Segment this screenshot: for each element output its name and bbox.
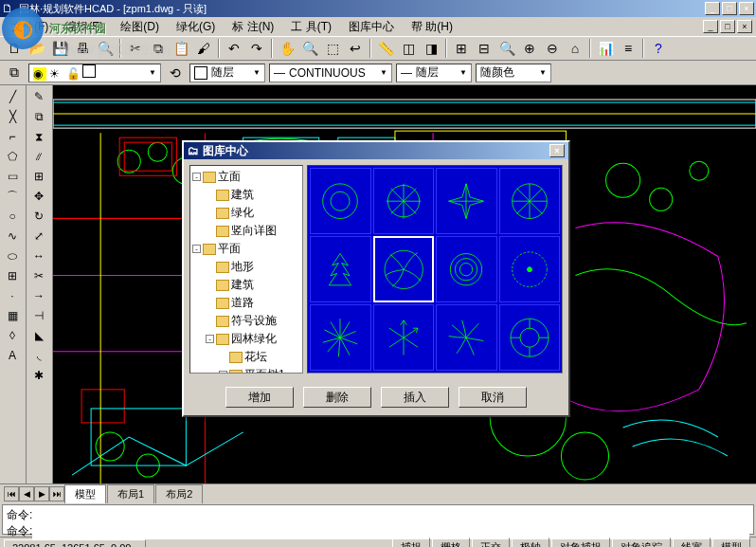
explode-icon[interactable]: ✱ (28, 366, 49, 385)
menu-annotate[interactable]: 标 注(N) (225, 17, 281, 37)
minimize-button[interactable]: _ (705, 2, 720, 15)
line-icon[interactable]: ╱ (2, 87, 23, 106)
region-icon[interactable]: ◊ (2, 326, 23, 345)
gallery-item[interactable] (373, 304, 435, 371)
gallery-item[interactable] (499, 168, 561, 234)
zoom-window-icon[interactable]: ⬚ (322, 38, 343, 59)
insert-button[interactable]: 插入 (381, 387, 449, 408)
redo-icon[interactable]: ↷ (246, 38, 267, 59)
tree-item[interactable]: -园林绿化 (192, 330, 300, 348)
delete-button[interactable]: 删除 (303, 387, 371, 408)
plotstyle-dropdown[interactable]: 随颜色 (476, 64, 551, 82)
dist-icon[interactable]: 📏 (375, 38, 396, 59)
tab-prev-icon[interactable]: ◀ (19, 486, 34, 501)
hatch-icon[interactable]: ▦ (2, 306, 23, 325)
offset-icon[interactable]: ⫽ (28, 147, 49, 166)
doc-restore-button[interactable]: □ (720, 20, 735, 33)
gallery-item[interactable] (436, 236, 497, 302)
menu-tools[interactable]: 工 具(T) (283, 17, 339, 37)
extend-icon[interactable]: → (28, 286, 49, 305)
tool-d-icon[interactable]: ⊟ (474, 38, 495, 59)
gallery-item[interactable] (373, 236, 435, 302)
gallery-item[interactable] (310, 304, 371, 371)
tab-first-icon[interactable]: ⏮ (4, 486, 19, 501)
gallery-item[interactable] (436, 168, 497, 234)
status-otrack[interactable]: 对象追踪 (612, 538, 671, 547)
add-button[interactable]: 增加 (225, 387, 294, 408)
erase-icon[interactable]: ✎ (28, 87, 49, 106)
tool-b-icon[interactable]: ◨ (421, 38, 441, 59)
status-ortho[interactable]: 正交 (472, 538, 510, 547)
tree-item[interactable]: 符号设施 (192, 312, 300, 330)
status-polar[interactable]: 极轴 (512, 538, 549, 547)
tree-item[interactable]: 花坛 (192, 348, 300, 366)
scale-icon[interactable]: ⤢ (28, 227, 49, 246)
move-icon[interactable]: ✥ (28, 187, 49, 206)
help-icon[interactable]: ? (648, 38, 669, 59)
tree-item[interactable]: 建筑 (192, 276, 300, 294)
status-model[interactable]: 模型 (712, 538, 750, 547)
gallery-item[interactable] (310, 168, 371, 234)
undo-icon[interactable]: ↶ (224, 38, 244, 59)
status-snap[interactable]: 捕捉 (392, 538, 430, 547)
tree-toggle-icon[interactable]: - (206, 335, 214, 343)
pline-icon[interactable]: ⌐ (2, 127, 23, 146)
props-icon[interactable]: ≡ (618, 38, 639, 59)
fillet-icon[interactable]: ◟ (28, 346, 49, 365)
layer-mgr-icon[interactable]: ⧉ (4, 63, 25, 83)
gallery-item[interactable] (373, 168, 435, 234)
tab-next-icon[interactable]: ▶ (34, 486, 49, 501)
tab-model[interactable]: 模型 (64, 484, 106, 503)
tree-item[interactable]: 道路 (192, 294, 300, 312)
paste-icon[interactable]: 📋 (171, 38, 191, 59)
tree-item[interactable]: 绿化 (192, 204, 300, 222)
tree-toggle-icon[interactable]: - (219, 371, 227, 374)
stretch-icon[interactable]: ↔ (28, 246, 49, 265)
gallery-item[interactable] (310, 236, 371, 302)
tree-panel[interactable]: -立面建筑绿化竖向详图-平面地形建筑道路符号设施-园林绿化花坛-平面树1白皮松扁… (189, 165, 303, 374)
gallery-item[interactable] (436, 304, 497, 371)
chamfer-icon[interactable]: ◣ (28, 326, 49, 345)
polygon-icon[interactable]: ⬠ (2, 147, 23, 166)
tree-item[interactable]: 建筑 (192, 186, 300, 204)
menu-library[interactable]: 图库中心 (341, 17, 402, 37)
trim-icon[interactable]: ✂ (28, 266, 49, 285)
status-lwt[interactable]: 线宽 (673, 538, 711, 547)
match-icon[interactable]: 🖌 (193, 38, 214, 59)
tree-item[interactable]: 地形 (192, 258, 300, 276)
layer-state-dropdown[interactable]: ◉ ☀ 🔓 (28, 64, 161, 82)
tree-toggle-icon[interactable]: - (192, 245, 201, 253)
command-line[interactable]: 命令: 命令: (2, 504, 754, 535)
lineweight-dropdown[interactable]: — 随层 (396, 64, 472, 82)
array-icon[interactable]: ⊞ (28, 167, 49, 186)
tool-e-icon[interactable]: 🔍 (496, 38, 517, 59)
tool-a-icon[interactable]: ◫ (398, 38, 419, 59)
ellipse-icon[interactable]: ⬭ (2, 246, 23, 265)
tab-layout2[interactable]: 布局2 (155, 484, 203, 503)
tree-item[interactable]: -平面 (192, 240, 300, 258)
menu-greening[interactable]: 绿化(G) (169, 17, 223, 37)
break-icon[interactable]: ⊣ (28, 306, 49, 325)
copy2-icon[interactable]: ⧉ (28, 107, 49, 126)
gallery-item[interactable] (499, 304, 561, 371)
tree-toggle-icon[interactable]: - (192, 173, 201, 181)
circle-icon[interactable]: ○ (2, 207, 23, 226)
tool-f-icon[interactable]: ⊕ (519, 38, 540, 59)
spline-icon[interactable]: ∿ (2, 227, 23, 246)
tool-h-icon[interactable]: ⌂ (565, 38, 585, 59)
tree-item[interactable]: -平面树1 (192, 366, 300, 374)
point-icon[interactable]: · (2, 286, 23, 305)
status-grid[interactable]: 栅格 (432, 538, 470, 547)
color-dropdown[interactable]: 随层 (189, 64, 265, 82)
text-icon[interactable]: A (2, 346, 23, 365)
mirror-icon[interactable]: ⧗ (28, 127, 49, 146)
zoom-prev-icon[interactable]: ↩ (345, 38, 366, 59)
close-button[interactable]: × (739, 2, 754, 15)
doc-close-button[interactable]: × (737, 20, 752, 33)
zoom-realtime-icon[interactable]: 🔍 (299, 38, 320, 59)
calc-icon[interactable]: 📊 (595, 38, 616, 59)
tree-item[interactable]: -立面 (192, 168, 300, 186)
rotate-icon[interactable]: ↻ (28, 207, 49, 226)
dialog-close-button[interactable]: × (549, 144, 565, 157)
gallery-item[interactable] (499, 236, 561, 302)
